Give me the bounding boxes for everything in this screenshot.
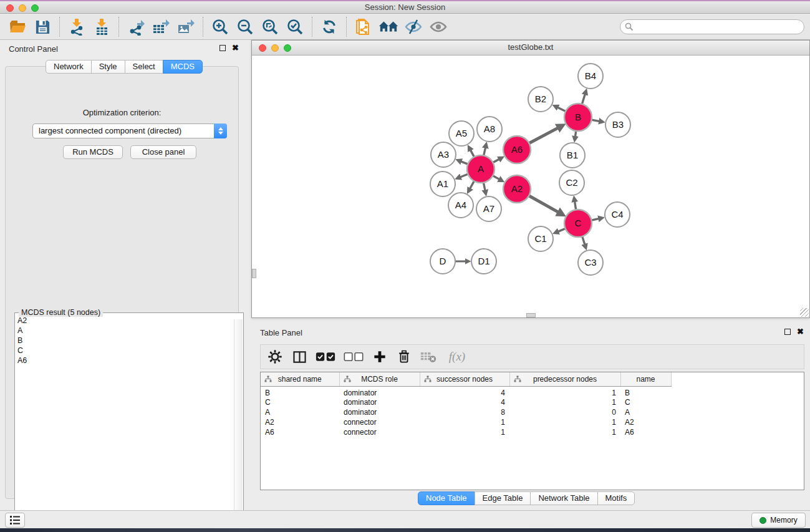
tab-select[interactable]: Select (125, 60, 163, 74)
columns-icon (292, 350, 307, 364)
import-network-button[interactable] (64, 16, 89, 37)
toolbar-separator (118, 17, 119, 37)
hide-graphics-button[interactable] (401, 16, 426, 37)
graph-node-label: B3 (612, 119, 624, 130)
float-panel-icon[interactable] (219, 45, 226, 51)
graph-node-label: A7 (483, 203, 494, 214)
graph-node-label: D (440, 256, 446, 266)
maximize-network-window-button[interactable] (284, 44, 291, 52)
column-header-name[interactable]: name (620, 372, 671, 386)
open-session-button[interactable] (5, 16, 30, 37)
close-table-panel-icon[interactable]: ✖ (797, 329, 804, 335)
minimize-window-button[interactable] (19, 4, 26, 12)
memory-status-icon (759, 517, 766, 524)
column-header-shared-name[interactable]: shared name (261, 372, 339, 386)
float-table-panel-icon[interactable] (784, 329, 791, 335)
export-table-button[interactable] (148, 16, 173, 37)
zoom-selected-icon (286, 18, 304, 36)
graph-node-label: B1 (567, 150, 578, 160)
graph-node-label: B4 (585, 70, 596, 81)
delete-table-button[interactable] (419, 347, 438, 366)
toolbar-separator (59, 17, 60, 37)
import-table-icon (94, 18, 110, 36)
trash-icon (397, 349, 411, 364)
minimize-network-window-button[interactable] (271, 44, 279, 52)
tab-network[interactable]: Network (46, 60, 92, 74)
close-panel-icon[interactable]: ✖ (232, 45, 239, 51)
zoom-selected-button[interactable] (282, 16, 307, 37)
window-controls[interactable] (6, 4, 39, 12)
node-table: shared name MCDS role successor nodes pr… (261, 372, 804, 437)
network-canvas[interactable]: AA1A2A3A4A5A6A7A8BB1B2B3B4CC1C2C3C4DD1 (252, 56, 809, 317)
table-row[interactable]: Cdominator41C (261, 397, 804, 407)
resize-grip-icon[interactable] (800, 308, 809, 317)
run-mcds-button[interactable]: Run MCDS (63, 145, 123, 159)
show-graphics-button[interactable] (426, 16, 451, 37)
column-tree-icon (514, 375, 521, 383)
mcds-list-scrollbar[interactable] (234, 319, 243, 521)
show-column-panel-button[interactable] (290, 347, 309, 366)
table-row[interactable]: Bdominator41B (261, 386, 804, 397)
import-table-button[interactable] (89, 16, 114, 37)
clone-network-button[interactable] (351, 16, 376, 37)
create-column-button[interactable] (370, 347, 389, 366)
plus-icon (373, 350, 387, 364)
zoom-in-button[interactable] (208, 16, 233, 37)
graph-node-label: C3 (584, 257, 596, 268)
close-panel-button[interactable]: Close panel (130, 145, 196, 159)
zoom-fit-button[interactable] (258, 16, 282, 37)
maximize-window-button[interactable] (31, 4, 39, 12)
bottom-edge-handle[interactable] (526, 313, 536, 317)
refresh-button[interactable] (317, 16, 342, 37)
mcds-result-item[interactable]: C (17, 346, 233, 355)
close-window-button[interactable] (6, 4, 14, 12)
mcds-result-item[interactable]: B (17, 336, 233, 346)
table-panel: Table Panel ✖ f(x) (251, 324, 810, 509)
network-window-titlebar[interactable]: testGlobe.txt (252, 41, 809, 56)
mcds-result-item[interactable]: A6 (17, 355, 233, 365)
export-network-button[interactable] (123, 16, 148, 37)
eye-slash-icon (404, 18, 423, 36)
tab-motifs[interactable]: Motifs (597, 491, 635, 505)
table-header-row: shared name MCDS role successor nodes pr… (261, 372, 804, 386)
export-image-button[interactable] (173, 16, 198, 37)
search-field[interactable] (620, 19, 804, 34)
zoom-out-button[interactable] (233, 16, 258, 37)
tab-node-table[interactable]: Node Table (418, 491, 475, 505)
export-network-icon (128, 19, 145, 36)
node-table-container[interactable]: shared name MCDS role successor nodes pr… (260, 372, 804, 490)
table-settings-button[interactable] (266, 347, 284, 366)
delete-columns-button[interactable] (395, 347, 413, 366)
memory-button[interactable]: Memory (751, 513, 806, 528)
table-row[interactable]: A6connector11A6 (261, 427, 804, 437)
toolbar-separator (312, 17, 312, 37)
save-session-button[interactable] (30, 16, 55, 37)
mcds-result-list[interactable]: A2ABCA6 (17, 316, 233, 521)
tab-edge-table[interactable]: Edge Table (475, 491, 531, 505)
task-history-button[interactable] (5, 513, 25, 528)
network-window-controls[interactable] (259, 44, 291, 52)
column-header-predecessor-nodes[interactable]: predecessor nodes (509, 372, 620, 386)
column-header-successor-nodes[interactable]: successor nodes (420, 372, 509, 386)
optimization-criterion-select[interactable]: largest connected component (directed) (32, 123, 227, 138)
search-input[interactable] (634, 21, 804, 33)
graph-node-label: A1 (437, 178, 448, 189)
table-row[interactable]: A2connector11A2 (261, 417, 804, 427)
network-graph[interactable]: AA1A2A3A4A5A6A7A8BB1B2B3B4CC1C2C3C4DD1 (252, 56, 809, 317)
criterion-selected-value: largest connected component (directed) (39, 126, 181, 135)
graph-nodes: AA1A2A3A4A5A6A7A8BB1B2B3B4CC1C2C3C4DD1 (430, 64, 630, 275)
network-view-window: testGlobe.txt AA1A2A3A4A5A6A7A8BB1B2B3B4… (251, 40, 810, 318)
tab-style[interactable]: Style (91, 60, 125, 74)
mcds-result-item[interactable]: A2 (17, 316, 233, 326)
left-edge-handle[interactable] (252, 269, 256, 278)
select-all-columns-button[interactable] (314, 347, 337, 366)
column-header-mcds-role[interactable]: MCDS role (339, 372, 420, 386)
close-network-window-button[interactable] (259, 44, 266, 52)
home-button[interactable] (376, 16, 401, 37)
tab-network-table[interactable]: Network Table (530, 491, 597, 505)
function-builder-button[interactable]: f(x) (443, 347, 471, 366)
tab-mcds[interactable]: MCDS (163, 60, 203, 74)
table-row[interactable]: Adominator80A (261, 407, 804, 417)
unselect-all-columns-button[interactable] (342, 347, 365, 366)
mcds-result-item[interactable]: A (17, 326, 233, 336)
